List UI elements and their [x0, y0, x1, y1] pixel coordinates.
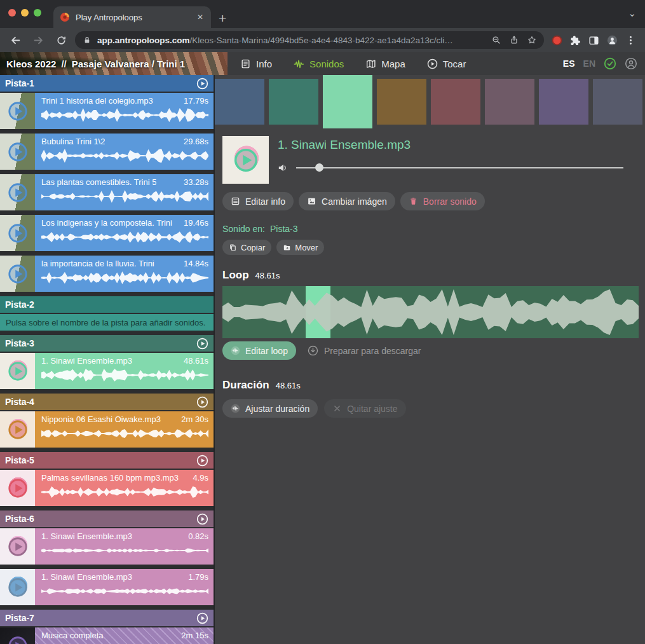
remove-adjust-button[interactable]: Quitar ajuste: [324, 399, 405, 418]
clip-thumbnail[interactable]: [0, 353, 35, 389]
clip-thumbnail[interactable]: [0, 569, 35, 605]
track-play-icon[interactable]: [196, 455, 208, 467]
clip-title[interactable]: 1. Sinawi Ensemble.mp3: [41, 531, 132, 541]
side-panel-icon[interactable]: [588, 35, 599, 46]
move-button[interactable]: Mover: [276, 240, 324, 255]
clip-title[interactable]: Nipponia 06 Esashi Oiwake.mp3: [41, 414, 161, 424]
clip-title[interactable]: Los indigenas y la compostela. Trini: [41, 218, 172, 228]
zoom-icon[interactable]: [492, 36, 501, 45]
nav-sonidos[interactable]: Sonidos: [294, 58, 344, 69]
sound-clip[interactable]: la importancia de la lluvia. Trini14.84s: [0, 256, 214, 292]
clip-play-icon[interactable]: [7, 360, 29, 382]
minimize-window-button[interactable]: [21, 9, 29, 17]
track-header[interactable]: Pista-6: [0, 510, 214, 527]
clip-thumbnail[interactable]: [0, 411, 35, 448]
clip-thumbnail[interactable]: [0, 93, 35, 129]
track-color-tab-4[interactable]: [377, 79, 426, 125]
clip-thumbnail[interactable]: [0, 256, 35, 292]
account-icon[interactable]: [625, 57, 637, 70]
nav-tocar[interactable]: Tocar: [427, 58, 466, 69]
track-play-icon[interactable]: [196, 78, 208, 90]
clip-thumbnail[interactable]: [0, 470, 35, 506]
edit-info-button[interactable]: Editar info: [222, 192, 294, 210]
clip-play-icon[interactable]: [7, 141, 29, 163]
edit-loop-button[interactable]: Editar loop: [222, 341, 296, 360]
track-color-tab-7[interactable]: [539, 79, 588, 125]
tab-search-chevron-icon[interactable]: ⌄: [628, 8, 636, 19]
track-color-tab-6[interactable]: [485, 79, 534, 125]
clip-play-icon[interactable]: [7, 182, 29, 203]
breadcrumb-project[interactable]: Kleos 2022: [6, 58, 56, 69]
browser-tab[interactable]: Play Antropoloops ✕: [53, 6, 211, 28]
track-play-icon[interactable]: [196, 612, 208, 624]
loop-waveform[interactable]: [222, 286, 639, 338]
reload-button[interactable]: [52, 31, 70, 49]
clip-play-icon[interactable]: [7, 419, 29, 441]
lang-en[interactable]: EN: [583, 58, 595, 69]
clip-title[interactable]: 1. Sinawi Ensemble.mp3: [41, 572, 132, 582]
tab-close-icon[interactable]: ✕: [196, 13, 205, 22]
sound-in-track-link[interactable]: Pista-3: [270, 224, 298, 234]
close-window-button[interactable]: [8, 9, 16, 17]
track-header[interactable]: Pista-5: [0, 452, 214, 469]
clip-play-icon[interactable]: [7, 223, 29, 244]
sound-clip[interactable]: Las plantas comestibles. Trini 533.28s: [0, 174, 214, 210]
clip-play-icon[interactable]: [7, 477, 29, 499]
sound-clip[interactable]: Nipponia 06 Esashi Oiwake.mp32m 30s: [0, 411, 214, 448]
breadcrumb[interactable]: Kleos 2022 // Pasaje Valvanera / Trini 1: [0, 52, 227, 75]
breadcrumb-path[interactable]: Pasaje Valvanera / Trini 1: [72, 58, 185, 69]
extensions-puzzle-icon[interactable]: [570, 35, 581, 46]
track-color-tab-2[interactable]: [269, 79, 318, 125]
track-play-icon[interactable]: [196, 396, 208, 408]
prepare-download-button[interactable]: Preparar para descargar: [308, 345, 421, 356]
track-header[interactable]: Pista-7: [0, 610, 214, 626]
sound-clip[interactable]: 1. Sinawi Ensemble.mp348.61s: [0, 353, 214, 389]
clip-title[interactable]: la importancia de la lluvia. Trini: [41, 259, 154, 268]
url-text[interactable]: app.antropoloops.com/Kleos-Santa-Marina/…: [97, 36, 486, 45]
clip-thumbnail[interactable]: [0, 528, 35, 565]
browser-profile-avatar[interactable]: [607, 35, 618, 46]
track-header[interactable]: Pista-4: [0, 394, 214, 410]
sound-clip[interactable]: Musica completa2m 15s: [0, 627, 214, 644]
clip-thumbnail[interactable]: [0, 174, 35, 210]
adjust-duration-button[interactable]: Ajustar duración: [222, 399, 318, 418]
volume-slider[interactable]: [296, 163, 623, 172]
sound-clip[interactable]: Bubulina Trini 1\229.68s: [0, 134, 214, 170]
clip-title[interactable]: Trini 1 historia del colegio.mp3: [41, 96, 153, 106]
sound-thumbnail[interactable]: [222, 136, 269, 184]
clip-title[interactable]: Bubulina Trini 1\2: [41, 137, 105, 146]
track-color-tab-3[interactable]: [323, 75, 372, 128]
track-play-icon[interactable]: [196, 338, 208, 350]
clip-thumbnail[interactable]: [0, 627, 35, 644]
clip-title[interactable]: Las plantas comestibles. Trini 5: [41, 177, 156, 187]
clip-title[interactable]: 1. Sinawi Ensemble.mp3: [41, 356, 132, 366]
sound-clip[interactable]: Trini 1 historia del colegio.mp317.79s: [0, 93, 214, 129]
clip-play-icon[interactable]: [233, 147, 259, 174]
track-header[interactable]: Pista-3: [0, 335, 214, 352]
track-header[interactable]: Pista-2: [0, 296, 214, 313]
track-color-tab-8[interactable]: [593, 79, 642, 125]
track-play-icon[interactable]: [196, 513, 208, 525]
bookmark-star-icon[interactable]: [527, 36, 536, 45]
sound-clip[interactable]: 1. Sinawi Ensemble.mp30.82s: [0, 528, 214, 565]
macos-traffic-lights[interactable]: [8, 9, 41, 17]
lock-icon[interactable]: [83, 36, 92, 45]
clip-play-icon[interactable]: [7, 577, 29, 598]
clip-play-icon[interactable]: [7, 263, 29, 285]
share-icon[interactable]: [510, 36, 519, 45]
nav-mapa[interactable]: Mapa: [365, 58, 405, 69]
delete-sound-button[interactable]: Borrar sonido: [400, 192, 485, 210]
copy-button[interactable]: Copiar: [222, 240, 271, 255]
clip-play-icon[interactable]: [7, 536, 29, 558]
change-image-button[interactable]: Cambiar imágen: [299, 192, 395, 210]
nav-info[interactable]: Info: [240, 58, 272, 69]
track-header[interactable]: Pista-1: [0, 75, 214, 92]
new-tab-button[interactable]: +: [219, 11, 226, 25]
clip-play-icon[interactable]: [7, 635, 29, 644]
clip-play-icon[interactable]: [7, 100, 29, 122]
recording-extension-icon[interactable]: [552, 35, 562, 46]
address-bar[interactable]: app.antropoloops.com/Kleos-Santa-Marina/…: [75, 31, 544, 49]
sound-clip[interactable]: 1. Sinawi Ensemble.mp31.79s: [0, 569, 214, 605]
track-color-tab-1[interactable]: [215, 79, 264, 125]
sound-clip[interactable]: Los indigenas y la compostela. Trini19.4…: [0, 215, 214, 251]
